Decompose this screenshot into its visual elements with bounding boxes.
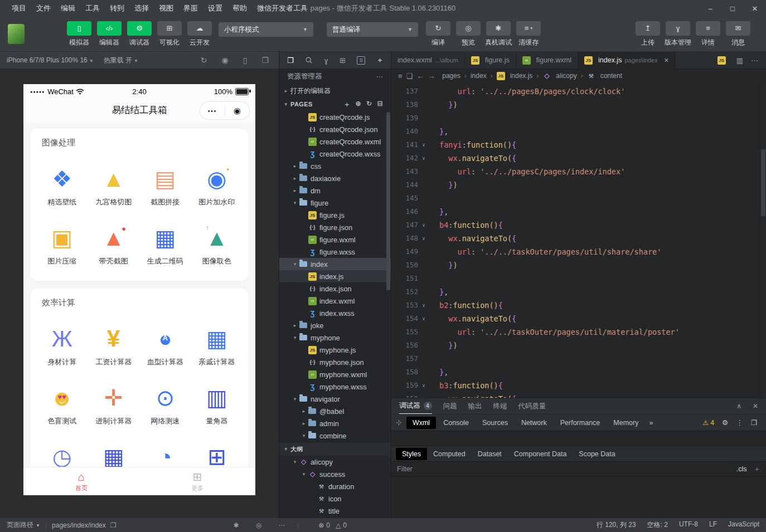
menu-item-编辑[interactable]: 编辑 <box>56 3 80 13</box>
search-icon[interactable] <box>305 56 313 64</box>
tree-item-createQrcode.wxml[interactable]: ‹›createQrcode.wxml <box>279 135 391 148</box>
devtools-tab-Console[interactable]: Console <box>437 417 475 429</box>
fold-icon[interactable]: ∨ <box>418 218 429 232</box>
editor-scrollbar[interactable] <box>760 82 766 398</box>
toolbar-button-模拟器[interactable]: ▯模拟器 <box>65 21 94 47</box>
exit-mini-program-icon[interactable]: ◉ <box>225 106 250 116</box>
vertical-dots-icon[interactable]: ⋮ <box>736 418 743 427</box>
code-line[interactable]: 144 }) <box>391 178 766 192</box>
app-item-身材计算[interactable]: Ж身材计算 <box>36 325 88 367</box>
app-item-量角器[interactable]: ▥量角器 <box>191 384 243 426</box>
tree-item-index.wxml[interactable]: ‹›index.wxml <box>279 295 391 307</box>
statusbar-item[interactable]: LF <box>709 520 717 530</box>
extensions-icon[interactable]: ⊞ <box>340 56 346 65</box>
statusbar-item[interactable]: 空格: 2 <box>647 520 668 530</box>
tree-item-daxiaoxie[interactable]: ▸daxiaoxie <box>279 172 391 184</box>
tree-item-myphone.json[interactable]: {·}myphone.json <box>279 356 391 368</box>
breadcrumb-index.js[interactable]: JSindex.js <box>497 72 533 80</box>
more-actions-icon[interactable]: ⋯ <box>376 72 384 81</box>
tree-item-figure.json[interactable]: {·}figure.json <box>279 221 391 233</box>
tree-item-alicopy[interactable]: ▾◇alicopy <box>279 456 391 468</box>
maximize-button[interactable]: □ <box>721 0 744 17</box>
toolbar-button-上传[interactable]: ↥上传 <box>633 21 662 47</box>
code-line[interactable]: 138 }) <box>391 98 766 111</box>
fold-icon[interactable]: ∨ <box>418 138 429 152</box>
debugger-panel-tab-调试器[interactable]: 调试器4 <box>399 398 432 414</box>
code-line[interactable]: 140}, <box>391 125 766 138</box>
code-line[interactable]: 141∨fanyi:function(){ <box>391 138 766 152</box>
styles-tab-Styles[interactable]: Styles <box>396 448 427 460</box>
editor-tab-index.wxml[interactable]: index.wxml...\album <box>391 52 465 69</box>
add-style-icon[interactable]: ＋ <box>754 465 761 474</box>
tree-item-figure.wxml[interactable]: ‹›figure.wxml <box>279 233 391 246</box>
toolbar-button-版本管理[interactable]: ɣ版本管理 <box>663 21 692 47</box>
fold-icon[interactable]: ∨ <box>418 299 429 312</box>
plugin-icon[interactable]: ✦ <box>377 56 383 65</box>
toolbar-button-云开发[interactable]: ☁云开发 <box>185 21 214 47</box>
tree-item-index.json[interactable]: {·}index.json <box>279 282 391 295</box>
code-line[interactable]: 137 url: '../../pagesB/pages/clock/clock… <box>391 85 766 98</box>
split-editor-icon[interactable]: ▥ <box>736 56 743 65</box>
files-icon[interactable]: ❐ <box>287 56 294 65</box>
code-line[interactable]: 139 <box>391 111 766 125</box>
menu-item-视图[interactable]: 视图 <box>154 3 178 13</box>
problems-counts[interactable]: ⊗0 △0 <box>318 521 347 529</box>
tree-item-index.js[interactable]: JSindex.js <box>279 270 391 282</box>
app-item-血型计算器[interactable]: ●A血型计算器 <box>139 325 191 367</box>
page-path-selector[interactable]: 页面路径▼ <box>7 520 40 530</box>
explorer-scrollbar[interactable] <box>386 112 390 290</box>
app-item-网络测速[interactable]: ⊙网络测速 <box>139 384 191 426</box>
gear-icon[interactable]: ⚙ <box>722 418 728 427</box>
toolbar-button-可视化[interactable]: ⊞可视化 <box>155 21 184 47</box>
app-item-随机数字[interactable]: ◔随机数字 <box>139 443 191 467</box>
tree-item-myphone.wxss[interactable]: Ʒmyphone.wxss <box>279 380 391 393</box>
outline-section[interactable]: ▾ 大纲 <box>279 442 391 456</box>
menu-item-选择[interactable]: 选择 <box>129 3 154 13</box>
close-icon[interactable]: ✕ <box>753 402 758 410</box>
tree-item-navigator[interactable]: ▾navigator <box>279 393 391 405</box>
more-menu-icon[interactable]: ••• <box>200 108 225 114</box>
app-item-进制计算器[interactable]: ✛进制计算器 <box>88 384 140 426</box>
styles-tab-Computed[interactable]: Computed <box>427 448 472 460</box>
detach-window-icon[interactable]: ❐ <box>261 56 269 65</box>
styles-tab-Component Data[interactable]: Component Data <box>508 448 573 460</box>
new-folder-icon[interactable]: ⊕ <box>356 100 361 109</box>
collapse-icon[interactable]: ∧ <box>736 402 741 410</box>
code-line[interactable]: 157 <box>391 352 766 365</box>
tree-item-figure.js[interactable]: JSfigure.js <box>279 209 391 221</box>
app-item-计数器[interactable]: ⊞计数器 <box>191 443 243 467</box>
code-line[interactable]: 146}, <box>391 205 766 218</box>
compile-dropdown[interactable]: 普通编译 ▼ <box>327 22 418 37</box>
app-item-图片加水印[interactable]: ◉•图片加水印 <box>191 165 243 207</box>
code-line[interactable]: 156 }) <box>391 339 766 352</box>
hot-reload-toggle[interactable]: 热重载 开▼ <box>104 56 140 65</box>
undock-icon[interactable]: ❐ <box>751 418 757 427</box>
devtools-tab-Sources[interactable]: Sources <box>476 417 514 429</box>
code-line[interactable]: 147∨b4:function(){ <box>391 218 766 232</box>
code-line[interactable]: 159∨b3:function(){ <box>391 379 766 392</box>
eye-icon[interactable]: ◎ <box>256 521 261 529</box>
toolbar-button-预览[interactable]: ◎预览 <box>454 21 483 47</box>
app-item-工资计算器[interactable]: ¥工资计算器 <box>88 325 140 367</box>
run-js-icon[interactable]: JS <box>717 56 726 65</box>
app-item-计时器[interactable]: ▦计时器 <box>88 443 140 467</box>
devtools-tab-Memory[interactable]: Memory <box>607 417 644 429</box>
statusbar-item[interactable]: 行 120, 列 23 <box>597 520 636 530</box>
mode-dropdown[interactable]: 小程序模式 ▼ <box>219 22 313 37</box>
tree-item-figure.wxss[interactable]: Ʒfigure.wxss <box>279 246 391 258</box>
toolbar-button-调试器[interactable]: ⚙调试器 <box>125 21 154 47</box>
back-arrow-icon[interactable]: ← <box>416 72 424 80</box>
debugger-panel-tab-问题[interactable]: 问题 <box>443 398 457 414</box>
toolbar-button-详情[interactable]: ≡详情 <box>694 21 723 47</box>
more-actions-icon[interactable]: ⋯ <box>751 56 758 65</box>
breadcrumb-alicopy[interactable]: ◇alicopy <box>542 72 576 80</box>
tree-item-duration[interactable]: ⚒duration <box>279 480 391 492</box>
tree-item-icon[interactable]: ⚒icon <box>279 492 391 505</box>
tree-item-admin[interactable]: ▸admin <box>279 417 391 429</box>
device-selector[interactable]: iPhone 6/7/8 Plus 100% 16▼ <box>7 56 96 64</box>
more-icon[interactable]: ⋯ <box>278 521 285 529</box>
stop-icon[interactable]: ◉ <box>222 56 229 65</box>
tree-item-css[interactable]: ▸css <box>279 160 391 172</box>
tree-item-myphone.wxml[interactable]: ‹›myphone.wxml <box>279 368 391 380</box>
tree-item-@babel[interactable]: ▸@babel <box>279 405 391 417</box>
